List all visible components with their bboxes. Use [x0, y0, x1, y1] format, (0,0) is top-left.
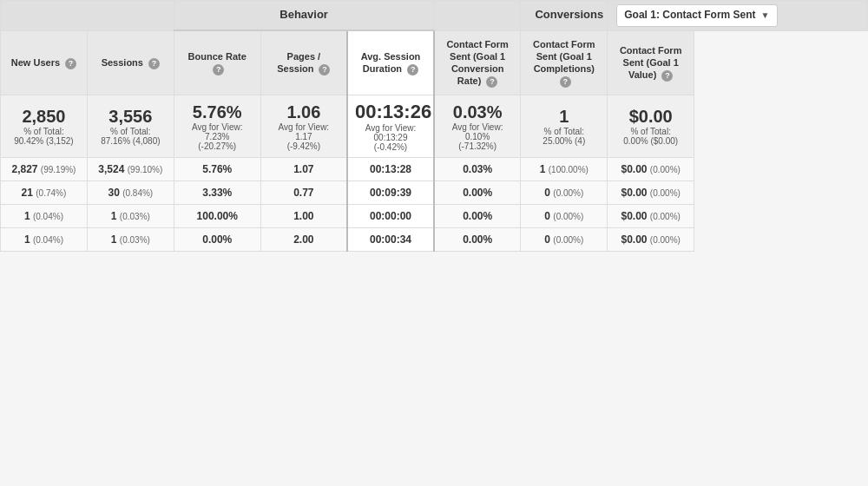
data-cell: 0 (0.00%) — [521, 228, 608, 252]
data-cell: 00:00:34 — [347, 228, 434, 252]
table-row: 21 (0.74%)30 (0.84%)3.33%0.7700:09:390.0… — [1, 181, 868, 205]
data-cell: 100.00% — [174, 205, 260, 228]
data-cell: 1 (0.03%) — [87, 205, 174, 228]
data-cell: 21 (0.74%) — [1, 181, 88, 205]
data-cell: 0.03% — [434, 158, 521, 181]
data-cell: 1.07 — [260, 158, 347, 181]
cf-rate-header: Contact Form Sent (Goal 1 Conversion Rat… — [434, 30, 521, 95]
total-sessions: 3,556 % of Total: 87.16% (4,080) — [87, 95, 174, 158]
data-cell: 00:13:28 — [347, 158, 434, 181]
data-cell: 30 (0.84%) — [87, 181, 174, 205]
data-cell: 0.00% — [174, 228, 260, 252]
data-cell: 3.33% — [174, 181, 260, 205]
table-row: 1 (0.04%)1 (0.03%)100.00%1.0000:00:000.0… — [1, 205, 868, 228]
data-cell: 0 (0.00%) — [521, 181, 608, 205]
data-cell: 0.00% — [434, 228, 521, 252]
total-new-users: 2,850 % of Total: 90.42% (3,152) — [1, 95, 88, 158]
avg-session-help-icon[interactable]: ? — [407, 64, 418, 76]
sessions-help-icon[interactable]: ? — [148, 58, 160, 69]
data-cell: 1.00 — [260, 205, 347, 228]
cf-value-header: Contact Form Sent (Goal 1 Value) ? — [608, 30, 694, 95]
new-users-header: New Users ? — [1, 30, 88, 95]
behavior-group-header: Behavior — [174, 1, 434, 31]
pages-session-help-icon[interactable]: ? — [319, 64, 330, 76]
cf-comp-header: Contact Form Sent (Goal 1 Completions) ? — [521, 30, 608, 95]
data-cell: 3,524 (99.10%) — [87, 158, 174, 181]
pages-session-header: Pages / Session ? — [260, 30, 347, 95]
total-avg-session: 00:13:26 Avg for View: 00:13:29 (-0.42%) — [347, 95, 434, 158]
column-header-row: New Users ? Sessions ? Bounce Rate ? Pag… — [1, 30, 868, 95]
totals-row: 2,850 % of Total: 90.42% (3,152) 3,556 %… — [1, 95, 868, 158]
data-cell: 1 (0.03%) — [87, 228, 174, 252]
empty-header — [1, 1, 174, 31]
data-cell: $0.00 (0.00%) — [608, 205, 694, 228]
cf-comp-help-icon[interactable]: ? — [560, 76, 571, 88]
data-cell: 5.76% — [174, 158, 260, 181]
data-cell: 2.00 — [260, 228, 347, 252]
cf-rate-help-icon[interactable]: ? — [486, 76, 497, 88]
dropdown-arrow-icon: ▼ — [761, 10, 770, 21]
data-cell: 0.77 — [260, 181, 347, 205]
group-header-row: Behavior Conversions Goal 1: Contact For… — [1, 1, 868, 31]
data-cell: 2,827 (99.19%) — [1, 158, 88, 181]
sessions-header: Sessions ? — [87, 30, 174, 95]
new-users-help-icon[interactable]: ? — [65, 58, 76, 69]
data-cell: 00:00:00 — [347, 205, 434, 228]
total-pages: 1.06 Avg for View: 1.17 (-9.42%) — [260, 95, 347, 158]
data-cell: 1 (0.04%) — [1, 205, 88, 228]
table-row: 1 (0.04%)1 (0.03%)0.00%2.0000:00:340.00%… — [1, 228, 868, 252]
goal-dropdown[interactable]: Goal 1: Contact Form Sent ▼ — [616, 4, 777, 27]
cf-value-help-icon[interactable]: ? — [661, 70, 673, 82]
conversions-label: Conversions — [521, 1, 608, 31]
data-cell: $0.00 (0.00%) — [608, 158, 694, 181]
total-cf-value: $0.00 % of Total: 0.00% ($0.00) — [608, 95, 694, 158]
avg-session-group-header — [434, 1, 521, 31]
data-cell: $0.00 (0.00%) — [608, 228, 694, 252]
data-cell: 0 (0.00%) — [521, 205, 608, 228]
total-cf-comp: 1 % of Total: 25.00% (4) — [521, 95, 608, 158]
conversions-select-cell: Goal 1: Contact Form Sent ▼ — [608, 1, 868, 31]
data-cell: 00:09:39 — [347, 181, 434, 205]
bounce-rate-header: Bounce Rate ? — [174, 30, 260, 95]
avg-session-header: Avg. Session Duration ? — [347, 30, 434, 95]
data-cell: 1 (100.00%) — [521, 158, 608, 181]
total-bounce: 5.76% Avg for View: 7.23% (-20.27%) — [174, 95, 260, 158]
table-row: 2,827 (99.19%)3,524 (99.10%)5.76%1.0700:… — [1, 158, 868, 181]
analytics-table-wrapper: Behavior Conversions Goal 1: Contact For… — [0, 0, 868, 252]
data-cell: 0.00% — [434, 205, 521, 228]
data-cell: 0.00% — [434, 181, 521, 205]
bounce-rate-help-icon[interactable]: ? — [213, 64, 224, 76]
total-cf-rate: 0.03% Avg for View: 0.10% (-71.32%) — [434, 95, 521, 158]
data-cell: $0.00 (0.00%) — [608, 181, 694, 205]
data-cell: 1 (0.04%) — [1, 228, 88, 252]
